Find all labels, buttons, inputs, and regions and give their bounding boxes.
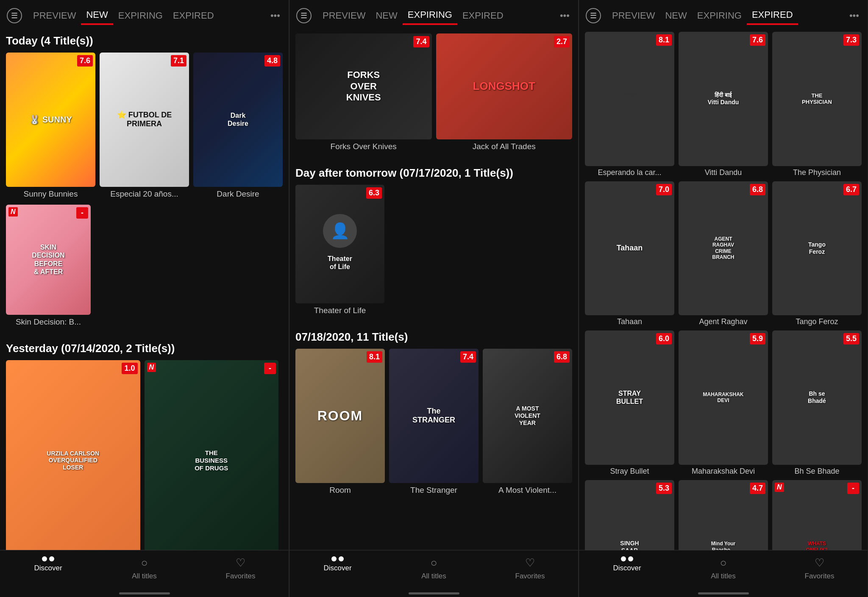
- heart-icon-2: ♡: [525, 556, 535, 569]
- nav-discover-2[interactable]: Discover: [289, 556, 386, 580]
- search-icon-3: ○: [720, 556, 727, 569]
- card-room[interactable]: ROOM 8.1 Room: [295, 349, 385, 495]
- bottom-nav-1: Discover ○ All titles ♡ Favorites: [0, 550, 289, 592]
- more-button-1[interactable]: •••: [269, 7, 282, 25]
- nav-tabs-expired: PREVIEW NEW EXPIRING EXPIRED: [607, 6, 845, 25]
- title-physician: The Physician: [772, 168, 862, 177]
- card-tango-feroz[interactable]: TangoFeroz 6.7 Tango Feroz: [772, 181, 862, 327]
- title-forks: Forks Over Knives: [295, 142, 432, 151]
- nav-label-alltitles-3: All titles: [711, 572, 736, 580]
- expired-row-3: STRAYBULLET 6.0 Stray Bullet MAHARAKSHAK…: [585, 330, 862, 476]
- card-tahaan[interactable]: Tahaan 7.0 Tahaan: [585, 181, 674, 327]
- rating-singh: 5.3: [656, 483, 672, 494]
- rating-agent: 6.8: [750, 184, 765, 195]
- tab-preview-3[interactable]: PREVIEW: [607, 7, 660, 25]
- section-day-after: Day after tomorrow (07/17/2020, 1 Title(…: [295, 157, 572, 185]
- tab-new-2[interactable]: NEW: [370, 7, 402, 25]
- title-esperando: Esperando la car...: [585, 168, 674, 177]
- bottom-nav-2: Discover ○ All titles ♡ Favorites: [289, 550, 578, 592]
- more-button-3[interactable]: •••: [848, 7, 861, 25]
- rating-whatsonflix: -: [847, 483, 859, 494]
- tab-expiring-1[interactable]: EXPIRING: [113, 7, 168, 25]
- tab-expired-1[interactable]: EXPIRED: [168, 7, 219, 25]
- rating-yeh: 4.7: [750, 483, 765, 494]
- menu-icon-2[interactable]: ☰: [296, 8, 312, 23]
- tab-expired-3[interactable]: EXPIRED: [747, 6, 798, 25]
- nav-alltitles-2[interactable]: ○ All titles: [386, 556, 482, 580]
- nav-favorites-2[interactable]: ♡ Favorites: [482, 556, 578, 580]
- home-indicator-3: [698, 592, 749, 594]
- panel-expiring: ☰ PREVIEW NEW EXPIRING EXPIRED ••• FORKS…: [289, 0, 579, 597]
- title-stray: Stray Bullet: [585, 467, 674, 476]
- skin-decision-row: SKINDECISIONBEFORE& AFTER N - Skin Decis…: [6, 205, 283, 327]
- card-dark-desire[interactable]: DarkDesire 4.8 Dark Desire: [193, 53, 283, 199]
- rating-dark-desire: 4.8: [264, 55, 280, 67]
- menu-icon-3[interactable]: ☰: [586, 8, 601, 23]
- today-row-1: 🐰 SUNNY 7.6 Sunny Bunnies ⭐ FUTBOL DE PR…: [6, 53, 283, 199]
- title-room: Room: [295, 486, 385, 495]
- card-devi[interactable]: MAHARAKSHAKDEVI 5.9 Maharakshak Devi: [679, 330, 768, 476]
- card-stranger[interactable]: TheSTRANGER 7.4 The Stranger: [389, 349, 479, 495]
- tab-expired-2[interactable]: EXPIRED: [457, 7, 509, 25]
- header-expiring: ☰ PREVIEW NEW EXPIRING EXPIRED •••: [289, 0, 578, 25]
- title-tango: Tango Feroz: [772, 317, 862, 326]
- title-tahaan: Tahaan: [585, 317, 674, 326]
- hamburger-icon-2: ☰: [300, 11, 307, 20]
- rating-devi: 5.9: [750, 333, 765, 344]
- card-sunny-bunnies[interactable]: 🐰 SUNNY 7.6 Sunny Bunnies: [6, 53, 95, 199]
- nav-alltitles-3[interactable]: ○ All titles: [675, 556, 771, 580]
- nav-favorites-3[interactable]: ♡ Favorites: [771, 556, 868, 580]
- card-business-drugs[interactable]: THEBUSINESSOF DRUGS N - The Business of.…: [145, 360, 279, 550]
- tab-new-3[interactable]: NEW: [660, 7, 692, 25]
- header-new: ☰ PREVIEW NEW EXPIRING EXPIRED •••: [0, 0, 289, 25]
- nav-label-discover-2: Discover: [323, 564, 351, 572]
- expired-row-4: SINGHSAAB 5.3 Singh Saab... Mind YourRaa…: [585, 480, 862, 550]
- discover-icon-2: [331, 556, 344, 561]
- title-devi: Maharakshak Devi: [679, 467, 768, 476]
- card-violent-year[interactable]: A MOSTVIOLENTYEAR 6.8 A Most Violent...: [483, 349, 572, 495]
- tab-preview-1[interactable]: PREVIEW: [28, 7, 81, 25]
- nav-label-alltitles-2: All titles: [421, 572, 446, 580]
- card-vitti-dandu[interactable]: हिंदी बाईVitti Dandu 7.6 Vitti Dandu: [679, 32, 768, 177]
- card-physician[interactable]: THEPHYSICIAN 7.3 The Physician: [772, 32, 862, 177]
- tab-new-1[interactable]: NEW: [81, 6, 113, 25]
- tab-expiring-3[interactable]: EXPIRING: [692, 7, 747, 25]
- title-violent: A Most Violent...: [483, 486, 572, 495]
- nav-label-favorites-3: Favorites: [805, 572, 835, 580]
- nav-favorites-1[interactable]: ♡ Favorites: [192, 556, 289, 580]
- card-skin-decision[interactable]: SKINDECISIONBEFORE& AFTER N - Skin Decis…: [6, 205, 91, 327]
- content-expired: Esperandola Carroza 8.1 Esperando la car…: [579, 25, 868, 550]
- title-jack: Jack of All Trades: [436, 142, 573, 151]
- card-bh-se-bhade[interactable]: Bh seBhadé 5.5 Bh Se Bhade: [772, 330, 862, 476]
- home-indicator-1: [119, 592, 170, 594]
- nav-discover-1[interactable]: Discover: [0, 556, 96, 580]
- card-singh-saab[interactable]: SINGHSAAB 5.3 Singh Saab...: [585, 480, 674, 550]
- card-agent-raghav[interactable]: AGENTRAGHAVCRIMEBRANCH 6.8 Agent Raghav: [679, 181, 768, 327]
- rating-skin: -: [76, 207, 88, 219]
- tab-expiring-2[interactable]: EXPIRING: [403, 6, 457, 25]
- card-esperando[interactable]: Esperandola Carroza 8.1 Esperando la car…: [585, 32, 674, 177]
- menu-icon[interactable]: ☰: [7, 8, 22, 23]
- card-jack-trades[interactable]: LONGSHOT 2.7 Jack of All Trades: [436, 33, 573, 151]
- rating-drugs: -: [264, 363, 276, 374]
- heart-icon-3: ♡: [815, 556, 824, 569]
- rating-tango: 6.7: [843, 184, 859, 195]
- card-futbol[interactable]: ⭐ FUTBOL DE PRIMERA 7.1 Especial 20 años…: [100, 53, 189, 199]
- section-yesterday: Yesterday (07/14/2020, 2 Title(s)): [6, 333, 283, 360]
- rating-vitti: 7.6: [750, 34, 765, 46]
- search-icon-2: ○: [431, 556, 437, 569]
- bottom-nav-3: Discover ○ All titles ♡ Favorites: [579, 550, 868, 592]
- card-urzila[interactable]: URZILA CARLSONOVERQUALIFIEDLOSER 1.0 Urz…: [6, 360, 140, 550]
- more-button-2[interactable]: •••: [558, 7, 571, 25]
- card-whatsonflix[interactable]: WHATSONFLIX? N - WhatsOnFlix?: [772, 480, 862, 550]
- nav-discover-3[interactable]: Discover: [579, 556, 675, 580]
- nav-alltitles-1[interactable]: ○ All titles: [96, 556, 192, 580]
- card-yeh[interactable]: Mind YourRaasho... 4.7 Mind Your Raasho.…: [679, 480, 768, 550]
- header-expired: ☰ PREVIEW NEW EXPIRING EXPIRED •••: [579, 0, 868, 25]
- card-theater-life[interactable]: 👤 Theaterof Life 6.3 Theater of Life: [295, 185, 384, 315]
- rating-stranger: 7.4: [460, 351, 476, 363]
- tab-preview-2[interactable]: PREVIEW: [317, 7, 370, 25]
- card-stray-bullet[interactable]: STRAYBULLET 6.0 Stray Bullet: [585, 330, 674, 476]
- card-forks-knives[interactable]: FORKSOVERKNIVES 7.4 Forks Over Knives: [295, 33, 432, 151]
- hamburger-icon: ☰: [11, 11, 18, 20]
